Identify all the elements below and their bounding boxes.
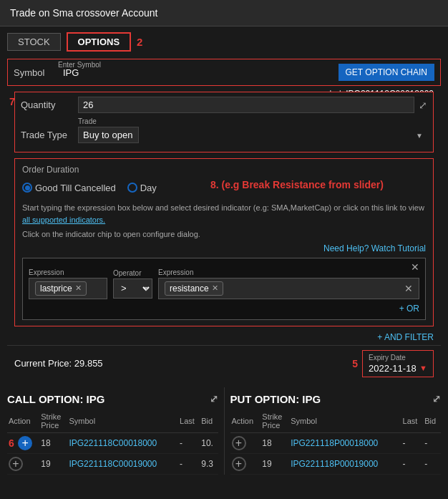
symbol-field-label: Symbol <box>14 67 60 78</box>
expiry-dropdown-icon[interactable]: ▼ <box>419 364 427 372</box>
call-strike-18: 18 <box>39 432 67 453</box>
left-expression-field[interactable]: lastprice ✕ <box>29 278 107 299</box>
trade-type-label: Trade Type <box>21 130 78 140</box>
call-option-title: CALL OPTION: IPG ⤢ <box>7 387 218 410</box>
put-last-18: - <box>401 432 424 453</box>
options-tables: CALL OPTION: IPG ⤢ Action StrikePrice Sy… <box>0 387 448 482</box>
put-bid-18: - <box>423 432 441 453</box>
call-strike-header: StrikePrice <box>39 410 67 433</box>
current-price-display: Current Price: 29.855 <box>14 358 103 369</box>
put-symbol-header: Symbol <box>289 410 401 433</box>
expiry-date-label: Expiry Date <box>369 354 427 362</box>
radio-gtc-circle <box>22 183 32 193</box>
resistance-chip[interactable]: resistance ✕ <box>165 281 223 296</box>
label-6: 6 <box>9 437 14 449</box>
supported-indicators-link[interactable]: all supported indicators. <box>22 215 105 224</box>
put-strike-header: StrikePrice <box>260 410 289 433</box>
bottom-bar: Current Price: 29.855 5 Expiry Date 2022… <box>7 345 441 382</box>
put-add-row1-button[interactable]: + <box>232 436 246 450</box>
put-bid-header: Bid <box>423 410 441 433</box>
table-row: + 19 IPG221118P00019000 - - <box>230 453 442 474</box>
call-add-row2-button[interactable]: + <box>9 457 23 471</box>
put-table-expand-icon[interactable]: ⤢ <box>432 393 441 404</box>
call-options-data-table: Action StrikePrice Symbol Last Bid 6 + 1… <box>7 410 218 475</box>
call-table-expand-icon[interactable]: ⤢ <box>210 393 218 404</box>
operator-select[interactable]: > < = >= <= <box>113 278 152 299</box>
tab-stock[interactable]: STOCK <box>7 33 61 51</box>
resistance-chip-remove[interactable]: ✕ <box>212 284 218 293</box>
order-title: Order Duration <box>22 165 426 175</box>
call-last-19: - <box>178 453 200 474</box>
lastprice-chip-remove[interactable]: ✕ <box>75 284 82 293</box>
call-last-18: - <box>178 432 200 453</box>
break-resistance-label: 8. (e.g Break Resistance from slider) <box>168 179 426 190</box>
label-7: 7 <box>9 96 15 107</box>
and-filter-button[interactable]: + AND FILTER <box>377 332 434 342</box>
label-2: 2 <box>137 36 142 48</box>
radio-day-circle <box>127 183 137 193</box>
label-5: 5 <box>352 358 358 369</box>
left-expression-group: Expression lastprice ✕ <box>29 268 107 299</box>
expand-icon[interactable]: ⤢ <box>419 100 427 111</box>
clear-right-expression-icon[interactable]: ✕ <box>404 283 413 294</box>
radio-gtc-label: Good Till Cancelled <box>35 183 116 193</box>
put-option-table: PUT OPTION: IPG ⤢ Action StrikePrice Sym… <box>230 387 442 475</box>
expiry-date-group: Expiry Date 2022-11-18 ▼ <box>362 350 434 377</box>
radio-good-till-cancelled[interactable]: Good Till Cancelled <box>22 183 116 193</box>
right-expression-field[interactable]: resistance ✕ ✕ <box>158 278 419 299</box>
put-action-header: Action <box>230 410 261 433</box>
put-last-19: - <box>401 453 424 474</box>
table-row: + 19 IPG221118C00019000 - 9.3 <box>7 453 218 474</box>
page-title: Trade on Sma crossover Account <box>0 0 448 26</box>
symbol-row: Enter Symbol Symbol GET OPTION CHAIN <box>7 59 441 86</box>
quantity-label: Quantity <box>21 100 78 110</box>
call-symbol-19[interactable]: IPG221118C00019000 <box>67 453 178 474</box>
call-action-header: Action <box>7 410 39 433</box>
quantity-tradetype-section: 7 Quantity ⤢ Trade Trade Type Buy to ope… <box>14 92 434 152</box>
right-expression-group: Expression resistance ✕ ✕ <box>158 268 419 299</box>
tutorial-link[interactable]: Need Help? Watch Tutorial <box>22 243 426 253</box>
call-strike-19: 19 <box>39 453 67 474</box>
symbol-input[interactable] <box>60 66 339 79</box>
put-symbol-18[interactable]: IPG221118P00018000 <box>289 432 401 453</box>
table-divider <box>224 387 225 475</box>
operator-group: Operator > < = >= <= ▼ <box>113 269 152 299</box>
call-symbol-header: Symbol <box>67 410 178 433</box>
lastprice-chip[interactable]: lastprice ✕ <box>35 281 87 296</box>
enter-symbol-label: Enter Symbol <box>58 61 101 69</box>
radio-day[interactable]: Day <box>127 183 157 193</box>
call-symbol-18[interactable]: IPG221118C00018000 <box>67 432 178 453</box>
table-row: 6 + 18 IPG221118C00018000 - 10. <box>7 432 218 453</box>
put-options-data-table: Action StrikePrice Symbol Last Bid + 18 … <box>230 410 442 475</box>
put-strike-19: 19 <box>260 453 289 474</box>
or-button[interactable]: + OR <box>29 304 419 314</box>
put-option-title: PUT OPTION: IPG ⤢ <box>230 387 442 410</box>
and-filter-row: + AND FILTER <box>14 332 434 342</box>
call-add-row1-button[interactable]: + <box>18 436 32 450</box>
put-symbol-19[interactable]: IPG221118P00019000 <box>289 453 401 474</box>
radio-day-label: Day <box>140 183 157 193</box>
call-bid-header: Bid <box>200 410 218 433</box>
call-last-header: Last <box>178 410 200 433</box>
get-option-chain-button[interactable]: GET OPTION CHAIN <box>339 64 434 81</box>
call-option-table: CALL OPTION: IPG ⤢ Action StrikePrice Sy… <box>7 387 218 475</box>
call-bid-18: 10. <box>200 432 218 453</box>
tab-options[interactable]: OPTIONS <box>67 32 132 52</box>
call-bid-19: 9.3 <box>200 453 218 474</box>
indicator-hint2: Click on the indicator chip to open conf… <box>22 228 426 241</box>
put-last-header: Last <box>401 410 424 433</box>
table-row: + 18 IPG221118P00018000 - - <box>230 432 442 453</box>
trade-type-select[interactable]: Buy to open Sell to open Buy to close Se… <box>78 127 139 143</box>
order-duration-section: Order Duration Good Till Cancelled Day 8… <box>14 158 434 326</box>
put-add-row2-button[interactable]: + <box>232 457 246 471</box>
put-strike-18: 18 <box>260 432 289 453</box>
indicator-hint: Start typing the expression box below an… <box>22 202 426 226</box>
trade-sublabel: Trade <box>21 117 427 125</box>
expiry-date-select[interactable]: 2022-11-18 <box>369 363 417 374</box>
quantity-input[interactable] <box>78 97 414 113</box>
expression-box: ✕ Expression lastprice ✕ Operator <box>22 258 426 320</box>
put-bid-19: - <box>423 453 441 474</box>
